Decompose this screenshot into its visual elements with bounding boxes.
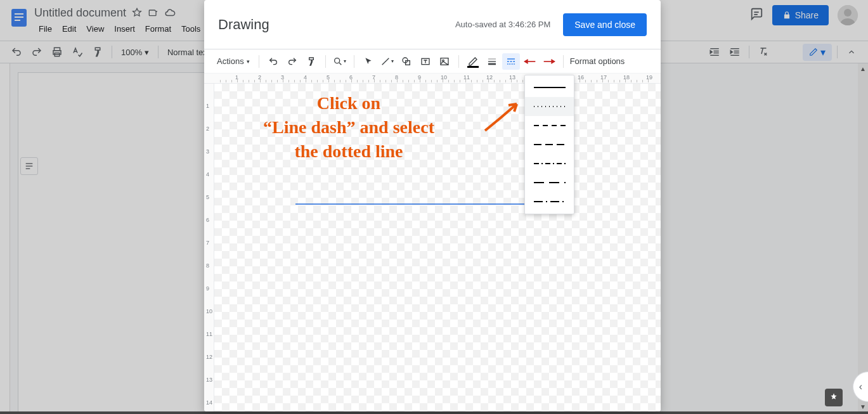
drawing-modal: Drawing Auto-saved at 3:46:26 PM Save an… (204, 0, 661, 411)
line-dash-option-long-dash-dot[interactable] (525, 192, 574, 211)
line-dash-option-long-dash[interactable] (525, 135, 574, 154)
line-dash-option-dash[interactable] (525, 116, 574, 135)
redo-icon[interactable] (283, 53, 301, 70)
explore-button[interactable] (825, 389, 843, 406)
select-tool-icon[interactable] (360, 53, 377, 70)
zoom-icon[interactable]: ▾ (331, 53, 349, 70)
drawing-toolbar: Actions▾ ▾ ▾ Format options (204, 49, 661, 74)
undo-icon[interactable] (264, 53, 282, 70)
drawing-canvas-wrap: 1234567891011121314 (204, 84, 661, 411)
bottom-border (0, 411, 868, 414)
separator (325, 55, 326, 68)
shape-tool-icon[interactable] (398, 53, 415, 70)
separator (458, 55, 459, 68)
line-tool-icon[interactable]: ▾ (379, 53, 396, 70)
line-dash-option-dash-dot[interactable] (525, 154, 574, 173)
format-options-button[interactable]: Format options (569, 54, 626, 68)
svg-point-22 (335, 58, 340, 63)
drawn-line-object[interactable] (295, 204, 549, 205)
separator (563, 55, 564, 68)
line-dash-icon[interactable] (502, 53, 520, 70)
drawing-modal-title: Drawing (218, 16, 269, 33)
actions-menu[interactable]: Actions▾ (213, 54, 254, 68)
autosave-status: Auto-saved at 3:46:26 PM (455, 20, 550, 29)
drawing-ruler-horizontal: 12345678910111213141516171819 (204, 74, 661, 84)
drawing-ruler-vertical: 1234567891011121314 (204, 84, 214, 411)
line-dash-option-long-dash-long[interactable] (525, 173, 574, 192)
line-dash-dropdown (524, 75, 574, 214)
textbox-tool-icon[interactable] (417, 53, 434, 70)
svg-line-24 (382, 58, 389, 65)
separator (259, 55, 259, 68)
drawing-canvas[interactable] (214, 84, 661, 411)
line-dash-option-dotted[interactable] (525, 97, 574, 116)
drawing-modal-header: Drawing Auto-saved at 3:46:26 PM Save an… (204, 0, 661, 49)
line-start-icon[interactable] (521, 53, 539, 70)
separator (354, 55, 354, 68)
line-dash-option-solid[interactable] (525, 78, 574, 97)
line-weight-icon[interactable] (483, 53, 501, 70)
line-color-icon[interactable] (464, 53, 482, 70)
line-end-icon[interactable] (540, 53, 558, 70)
save-and-close-button[interactable]: Save and close (563, 13, 647, 36)
image-tool-icon[interactable] (436, 53, 453, 70)
paint-format-icon[interactable] (302, 53, 320, 70)
svg-line-23 (339, 63, 341, 65)
